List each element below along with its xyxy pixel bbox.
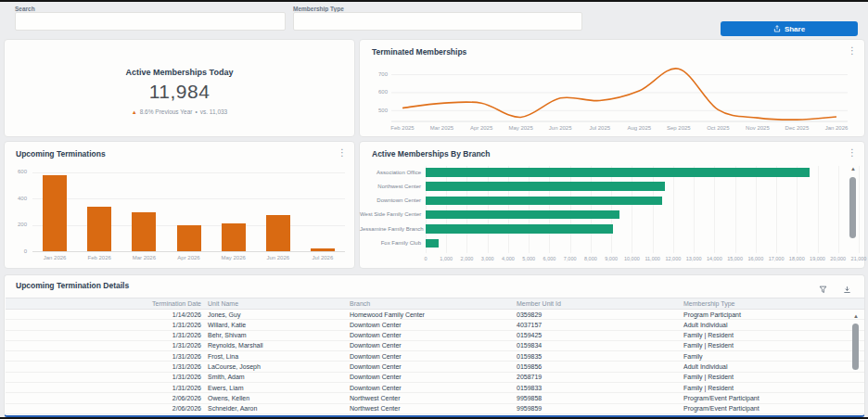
table-cell: Adult Individual bbox=[683, 322, 846, 328]
branch-bar[interactable] bbox=[426, 239, 439, 248]
termination-bar[interactable] bbox=[87, 207, 111, 251]
branch-label: Jessamine Family Branch bbox=[360, 226, 421, 232]
table-row[interactable]: 1/31/2026Ewers, LiamDowntown Center01598… bbox=[6, 383, 864, 393]
x-axis-tick-label: Jul 2026 bbox=[313, 255, 334, 260]
table-cell: Downtown Center bbox=[350, 332, 509, 338]
gridline bbox=[632, 166, 632, 253]
x-axis-tick-label: Aug 2025 bbox=[627, 125, 651, 131]
kebab-menu-icon[interactable]: ⋮ bbox=[848, 148, 857, 158]
table-row[interactable]: 2/06/2026Owens, KellenNorthwest Center99… bbox=[6, 393, 864, 403]
search-input[interactable] bbox=[15, 12, 286, 31]
table-row[interactable]: 1/31/2026Willard, KatieDowntown Center40… bbox=[6, 320, 864, 330]
termination-bar[interactable] bbox=[311, 248, 335, 251]
x-axis-tick-label: 7,000 bbox=[564, 256, 577, 261]
gridline bbox=[653, 166, 654, 253]
table-cell: Ewers, Liam bbox=[208, 385, 342, 391]
scroll-up-icon[interactable]: ▲ bbox=[850, 166, 856, 171]
membership-type-label: Membership Type bbox=[293, 6, 344, 12]
download-icon[interactable] bbox=[843, 281, 851, 298]
trend-up-icon: ▲ bbox=[132, 109, 137, 115]
branch-bar[interactable] bbox=[426, 197, 662, 206]
termination-bar[interactable] bbox=[43, 175, 67, 251]
y-axis-tick-label: 0 bbox=[8, 248, 27, 254]
y-axis-tick-label: 400 bbox=[8, 196, 27, 201]
table-cell: 1/31/2026 bbox=[43, 363, 201, 370]
table-row[interactable]: 1/14/2026Jones, GuyHomewood Family Cente… bbox=[6, 310, 864, 320]
kebab-menu-icon[interactable]: ⋮ bbox=[338, 148, 347, 158]
y-axis-tick-label: 200 bbox=[8, 222, 27, 227]
termination-bar[interactable] bbox=[222, 223, 246, 251]
share-button[interactable]: Share bbox=[721, 21, 858, 36]
table-cell: Jones, Guy bbox=[208, 311, 342, 318]
table-scrollbar[interactable] bbox=[852, 324, 859, 370]
table-row[interactable]: 1/31/2026Smith, AdamDowntown Center20587… bbox=[6, 373, 864, 383]
x-axis-tick-label: 2,000 bbox=[461, 256, 474, 261]
table-cell: Reynolds, Marshall bbox=[208, 342, 342, 349]
column-header[interactable]: Unit Name bbox=[208, 300, 342, 307]
branch-label: West Side Family Center bbox=[360, 211, 421, 217]
x-axis-tick-label: Feb 2026 bbox=[88, 255, 111, 260]
branch-bar[interactable] bbox=[426, 168, 810, 177]
table-row[interactable]: 1/31/2026Frost, LinaDowntown Center01598… bbox=[6, 351, 864, 362]
termination-bar[interactable] bbox=[266, 215, 290, 251]
x-axis-tick-label: Sep 2025 bbox=[667, 125, 691, 131]
scroll-up-icon[interactable]: ▲ bbox=[853, 313, 859, 319]
column-header[interactable]: Member Unit Id bbox=[517, 300, 676, 307]
x-axis-tick-label: 18,000 bbox=[789, 256, 805, 261]
table-cell: Frost, Lina bbox=[208, 353, 342, 360]
table-cell: Family | Resident bbox=[683, 332, 846, 338]
table-cell: Owens, Kellen bbox=[208, 395, 342, 401]
x-axis-tick-label: 20,000 bbox=[830, 256, 846, 261]
termination-bar[interactable] bbox=[132, 212, 156, 251]
chart-scrollbar[interactable] bbox=[849, 177, 856, 238]
x-axis-tick-label: 10,000 bbox=[624, 256, 640, 261]
table-row[interactable]: 1/31/2026Reynolds, MarshallDowntown Cent… bbox=[6, 341, 864, 351]
termination-bar[interactable] bbox=[177, 225, 201, 251]
x-axis-tick-label: 17,000 bbox=[769, 256, 785, 261]
branch-bar[interactable] bbox=[426, 210, 619, 220]
termination-details-card: Upcoming Termination Details Termination… bbox=[4, 274, 865, 417]
column-header[interactable]: Branch bbox=[350, 300, 509, 307]
line-chart-title: Terminated Memberships bbox=[372, 47, 466, 57]
column-header[interactable]: Membership Type bbox=[683, 300, 846, 307]
table-cell: 4037157 bbox=[517, 322, 676, 328]
table-cell: 9959859 bbox=[517, 405, 676, 412]
x-axis-tick-label: May 2025 bbox=[508, 125, 532, 131]
table-row[interactable]: 1/31/2026Behr, ShivamDowntown Center0159… bbox=[6, 331, 864, 341]
branch-label: Association Office bbox=[360, 170, 421, 175]
y-axis-tick-label: 500 bbox=[367, 108, 388, 113]
table-cell: 0359829 bbox=[517, 311, 676, 318]
table-cell: Schneider, Aaron bbox=[208, 405, 342, 412]
x-axis-tick-label: 5,000 bbox=[522, 256, 535, 261]
table-row[interactable]: 2/06/2026Schneider, AaronNorthwest Cente… bbox=[6, 404, 864, 414]
upcoming-terminations-card: Upcoming Terminations ⋮ 0200400600Jan 20… bbox=[4, 141, 355, 269]
x-axis-tick-label: Feb 2025 bbox=[390, 125, 414, 131]
branch-bar[interactable] bbox=[426, 182, 665, 191]
x-axis-tick-label: 21,000 bbox=[851, 256, 867, 261]
x-axis-tick-label: 19,000 bbox=[810, 256, 825, 261]
table-cell: Family | Resident bbox=[683, 374, 846, 380]
column-header[interactable]: Termination Date bbox=[43, 300, 201, 307]
gridline bbox=[735, 166, 736, 253]
x-axis-tick-label: 0 bbox=[424, 256, 427, 261]
terminated-memberships-card: Terminated Memberships ⋮ 500600700Feb 20… bbox=[359, 39, 865, 137]
gridline bbox=[673, 166, 674, 253]
kebab-menu-icon[interactable]: ⋮ bbox=[848, 46, 857, 56]
branch-bar[interactable] bbox=[426, 224, 613, 234]
table-cell: Adult Individual bbox=[683, 363, 846, 370]
table-cell: Family | Resident bbox=[683, 385, 846, 391]
gridline bbox=[838, 166, 839, 253]
membership-type-input[interactable] bbox=[293, 12, 582, 31]
filter-icon[interactable] bbox=[819, 281, 827, 298]
table-cell: Willard, Katie bbox=[208, 322, 342, 328]
table-row[interactable]: 1/31/2026LaCourse, JosephDowntown Center… bbox=[6, 362, 864, 373]
x-axis-tick-label: Jun 2025 bbox=[549, 125, 572, 131]
table-cell: 9959858 bbox=[517, 395, 676, 401]
gridline bbox=[797, 166, 798, 253]
table-cell: Northwest Center bbox=[350, 395, 509, 401]
gridline bbox=[818, 166, 819, 253]
search-label: Search bbox=[15, 6, 35, 12]
table-cell: 1/31/2026 bbox=[43, 332, 201, 338]
x-axis-tick-label: Apr 2026 bbox=[177, 255, 199, 260]
kpi-value: 11,984 bbox=[5, 81, 354, 103]
